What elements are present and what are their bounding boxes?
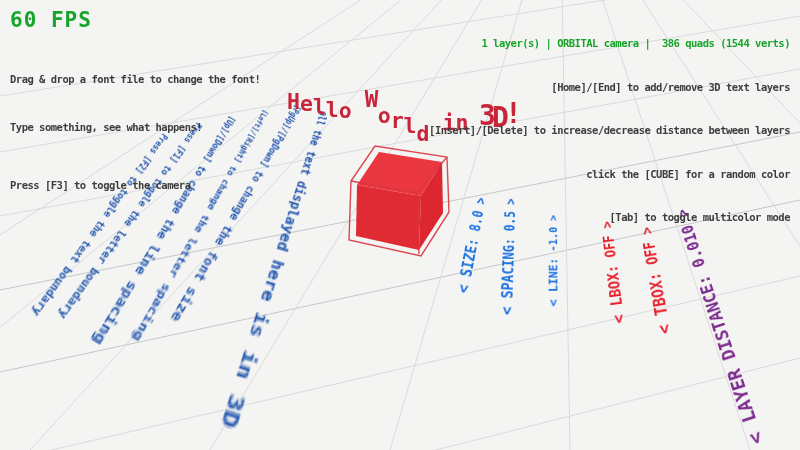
camera-toggle-hint: Press [F3] to toggle the camera (10, 179, 260, 191)
hello-char: l (404, 113, 417, 138)
hello-char: l (313, 94, 326, 119)
hud-intro-line: Type something, see what happens! (10, 119, 260, 135)
render-status-line: 1 layer(s) | ORBITAL camera | 386 quads … (429, 36, 790, 51)
hud-help-line: [Tab] to toggle multicolor mode (429, 210, 790, 225)
hello-char (352, 98, 365, 123)
hello-char: e (300, 91, 313, 116)
hud-help-line: [Home]/[End] to add/remove 3D text layer… (429, 80, 790, 95)
hello-char: o (339, 98, 352, 123)
hud-help-line: click the [CUBE] for a random color (429, 167, 790, 182)
hello-char: W (364, 86, 378, 112)
app-window: Press [F2] to toggle the text boundaryPr… (0, 0, 800, 450)
hud-left: 60 FPS Drag & drop a font file to change… (10, 8, 260, 191)
hello-char: H (287, 89, 300, 114)
hud-help-line: [Insert]/[Delete] to increase/decrease d… (429, 123, 790, 138)
hello-char: l (326, 97, 339, 122)
hello-char: o (378, 103, 391, 128)
fps-counter: 60 FPS (10, 8, 260, 32)
hud-intro-lines: Drag & drop a font file to change the fo… (10, 39, 260, 167)
hello-char: d (417, 121, 430, 146)
hud-intro-line: Drag & drop a font file to change the fo… (10, 71, 260, 87)
cube-face-left[interactable] (356, 185, 421, 250)
hello-char: r (391, 108, 404, 133)
hud-right: 1 layer(s) | ORBITAL camera | 386 quads … (429, 7, 790, 254)
